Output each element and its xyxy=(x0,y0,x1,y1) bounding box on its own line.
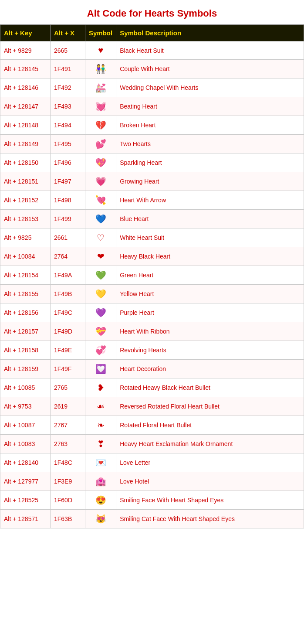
table-row: Alt + 98252661♡White Heart Suit xyxy=(0,228,304,247)
cell-symbol: 😍 xyxy=(85,491,116,510)
cell-alt-key: Alt + 128146 xyxy=(0,78,51,97)
cell-alt-x: 1F498 xyxy=(51,191,85,210)
cell-alt-key: Alt + 128156 xyxy=(0,303,51,322)
cell-alt-x: 1F495 xyxy=(51,135,85,153)
cell-symbol: 💚 xyxy=(85,266,116,285)
cell-desc: Heavy Heart Exclamation Mark Ornament xyxy=(116,435,304,453)
cell-alt-key: Alt + 128155 xyxy=(0,285,51,303)
cell-desc: Love Letter xyxy=(116,453,304,472)
cell-alt-x: 1F49D xyxy=(51,322,85,341)
cell-symbol: 💘 xyxy=(85,191,116,210)
cell-desc: Smiling Face With Heart Shaped Eyes xyxy=(116,491,304,510)
cell-desc: Rotated Floral Heart Bullet xyxy=(116,416,304,435)
table-row: Alt + 1281581F49E💞Revolving Hearts xyxy=(0,341,304,360)
table-row: Alt + 100832763❣Heavy Heart Exclamation … xyxy=(0,435,304,453)
cell-desc: Heavy Black Heart xyxy=(116,247,304,266)
cell-alt-key: Alt + 128145 xyxy=(0,60,51,78)
table-row: Alt + 1281461F492💒Wedding Chapel With He… xyxy=(0,78,304,97)
table-row: Alt + 1281471F493💓Beating Heart xyxy=(0,97,304,116)
col-header-alt-key: Alt + Key xyxy=(0,25,51,41)
cell-alt-x: 1F491 xyxy=(51,60,85,78)
cell-alt-x: 2619 xyxy=(51,397,85,416)
cell-alt-x: 2661 xyxy=(51,228,85,247)
cell-alt-key: Alt + 128150 xyxy=(0,153,51,172)
cell-alt-key: Alt + 9829 xyxy=(0,41,51,60)
cell-alt-key: Alt + 128148 xyxy=(0,116,51,135)
cell-alt-x: 1F49F xyxy=(51,360,85,378)
cell-desc: Revolving Hearts xyxy=(116,341,304,360)
col-header-desc: Symbol Description xyxy=(116,25,304,41)
table-row: Alt + 1281541F49A💚Green Heart xyxy=(0,266,304,285)
cell-alt-key: Alt + 10083 xyxy=(0,435,51,453)
cell-symbol: 💝 xyxy=(85,322,116,341)
col-header-symbol: Symbol xyxy=(85,25,116,41)
cell-alt-x: 1F3E9 xyxy=(51,472,85,491)
cell-alt-key: Alt + 128153 xyxy=(0,210,51,228)
cell-alt-x: 2665 xyxy=(51,41,85,60)
table-row: Alt + 100852765❥Rotated Heavy Black Hear… xyxy=(0,378,304,397)
cell-symbol: 💌 xyxy=(85,453,116,472)
cell-symbol: 👫 xyxy=(85,60,116,78)
cell-alt-x: 2767 xyxy=(51,416,85,435)
cell-desc: Two Hearts xyxy=(116,135,304,153)
cell-desc: Green Heart xyxy=(116,266,304,285)
table-row: Alt + 1279771F3E9🏩Love Hotel xyxy=(0,472,304,491)
table-row: Alt + 1281501F496💖Sparkling Heart xyxy=(0,153,304,172)
col-header-alt-x: Alt + X xyxy=(51,25,85,41)
cell-symbol: 😻 xyxy=(85,510,116,528)
cell-desc: Couple With Heart xyxy=(116,60,304,78)
cell-alt-key: Alt + 128152 xyxy=(0,191,51,210)
table-row: Alt + 1281481F494💔Broken Heart xyxy=(0,116,304,135)
cell-desc: Heart With Ribbon xyxy=(116,322,304,341)
symbols-table: Alt + Key Alt + X Symbol Symbol Descript… xyxy=(0,24,304,528)
cell-desc: Broken Heart xyxy=(116,116,304,135)
table-row: Alt + 1285711F63B😻Smiling Cat Face With … xyxy=(0,510,304,528)
table-row: Alt + 1281551F49B💛Yellow Heart xyxy=(0,285,304,303)
cell-symbol: 💙 xyxy=(85,210,116,228)
cell-desc: Rotated Heavy Black Heart Bullet xyxy=(116,378,304,397)
cell-alt-x: 2765 xyxy=(51,378,85,397)
cell-alt-key: Alt + 128571 xyxy=(0,510,51,528)
cell-alt-x: 1F493 xyxy=(51,97,85,116)
cell-symbol: 💛 xyxy=(85,285,116,303)
cell-symbol: 💕 xyxy=(85,135,116,153)
cell-alt-x: 1F63B xyxy=(51,510,85,528)
cell-alt-x: 2764 xyxy=(51,247,85,266)
table-header-row: Alt + Key Alt + X Symbol Symbol Descript… xyxy=(0,25,304,41)
cell-desc: Sparkling Heart xyxy=(116,153,304,172)
cell-desc: Heart With Arrow xyxy=(116,191,304,210)
cell-alt-key: Alt + 128158 xyxy=(0,341,51,360)
cell-alt-key: Alt + 128149 xyxy=(0,135,51,153)
cell-desc: Smiling Cat Face With Heart Shaped Eyes xyxy=(116,510,304,528)
table-body: Alt + 98292665♥Black Heart SuitAlt + 128… xyxy=(0,41,304,528)
cell-symbol: 💜 xyxy=(85,303,116,322)
cell-alt-key: Alt + 10087 xyxy=(0,416,51,435)
cell-desc: Beating Heart xyxy=(116,97,304,116)
table-row: Alt + 1285251F60D😍Smiling Face With Hear… xyxy=(0,491,304,510)
cell-alt-key: Alt + 9825 xyxy=(0,228,51,247)
table-row: Alt + 1281521F498💘Heart With Arrow xyxy=(0,191,304,210)
table-row: Alt + 1281571F49D💝Heart With Ribbon xyxy=(0,322,304,341)
table-row: Alt + 1281591F49F💟Heart Decoration xyxy=(0,360,304,378)
cell-alt-x: 1F494 xyxy=(51,116,85,135)
cell-desc: Blue Heart xyxy=(116,210,304,228)
cell-symbol: 💞 xyxy=(85,341,116,360)
cell-symbol: ♥ xyxy=(85,41,116,60)
cell-desc: Heart Decoration xyxy=(116,360,304,378)
cell-alt-key: Alt + 128525 xyxy=(0,491,51,510)
cell-symbol: 💖 xyxy=(85,153,116,172)
cell-symbol: ❤ xyxy=(85,247,116,266)
cell-symbol: 💗 xyxy=(85,172,116,191)
cell-alt-x: 1F49B xyxy=(51,285,85,303)
cell-alt-x: 1F48C xyxy=(51,453,85,472)
table-row: Alt + 1281451F491👫Couple With Heart xyxy=(0,60,304,78)
table-row: Alt + 100842764❤Heavy Black Heart xyxy=(0,247,304,266)
table-row: Alt + 1281401F48C💌Love Letter xyxy=(0,453,304,472)
table-row: Alt + 1281511F497💗Growing Heart xyxy=(0,172,304,191)
cell-symbol: ♡ xyxy=(85,228,116,247)
cell-alt-key: Alt + 10085 xyxy=(0,378,51,397)
cell-alt-x: 1F492 xyxy=(51,78,85,97)
cell-symbol: 💒 xyxy=(85,78,116,97)
cell-desc: Yellow Heart xyxy=(116,285,304,303)
cell-alt-key: Alt + 128147 xyxy=(0,97,51,116)
